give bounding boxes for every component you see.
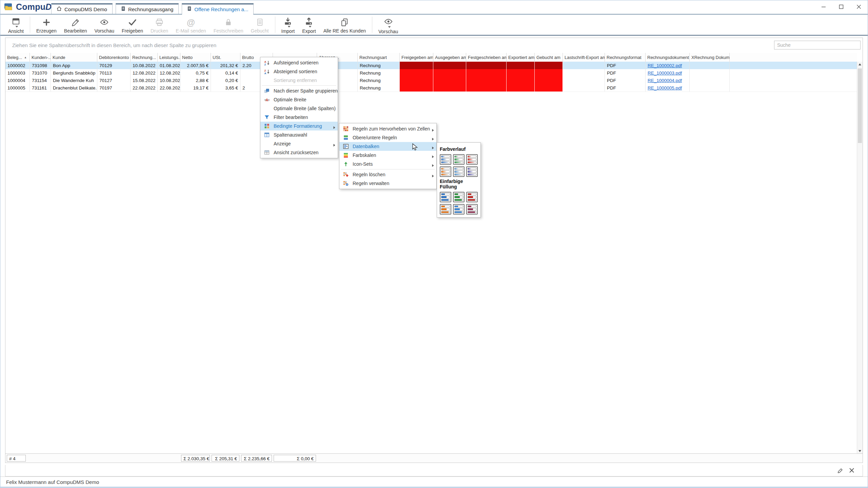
column-header-exportiert-am[interactable]: Exportiert am [507,53,535,62]
submenu-arrow-icon [432,145,434,150]
dropdown-caret-icon[interactable] [288,26,291,28]
column-header-lastschrift-export-am[interactable]: Lastschrift-Export am [563,53,605,62]
submenu-arrow-icon [333,142,335,148]
databar-style-solid-6[interactable] [466,204,478,215]
table-row[interactable]: 1000004731154Die Wandernde Kuh7012715.08… [5,77,857,84]
submenu-item-regeln-löschen[interactable]: Regeln löschen [339,170,436,179]
context-menu-item-spaltenauswahl[interactable]: Spaltenauswahl [260,130,338,139]
document-link[interactable]: RE_1000005.pdf [646,84,690,92]
context-menu-item-optimale-breite-alle-spalten[interactable]: Optimale Breite (alle Spalten) [260,104,338,113]
search-input[interactable] [774,41,861,49]
close-button[interactable] [850,0,868,13]
toolbar-export-button[interactable]: Export [298,15,319,35]
toolbar-vorschau-button[interactable]: Vorschau [91,15,118,35]
column-header-ausgegeben-am[interactable]: Ausgegeben am [433,53,466,62]
column-header-beleg[interactable]: Beleg...▲ [5,53,30,62]
databar-style-gradient-1[interactable] [440,154,451,165]
toolbar-import-button[interactable]: Import [278,15,299,35]
document-link[interactable]: RE_1000003.pdf [646,69,690,77]
context-menu-item-optimale-breite[interactable]: AOptimale Breite [260,95,338,104]
tab-compudms-demo[interactable]: CompuDMS Demo [51,3,113,14]
databar-bar [441,206,445,207]
databar-cell [468,193,476,195]
databar-style-solid-3[interactable] [466,192,478,202]
tab-rechnungsausgang[interactable]: Rechnungsausgang [116,3,179,14]
databar-cell [454,170,463,172]
submenu-item-icon-sets[interactable]: Icon-Sets [339,160,436,168]
column-header-leistungs[interactable]: Leistungs... [158,53,180,62]
databar-style-gradient-3[interactable] [466,154,478,165]
context-menu-item-bedingte-formatierung[interactable]: Bedingte Formatierung [260,122,338,130]
column-header-rechnungsdokument[interactable]: Rechnungsdokument [646,53,690,62]
databar-style-solid-5[interactable] [453,204,465,215]
column-header-kunden[interactable]: Kunden-... [30,53,51,62]
databar-style-gradient-6[interactable] [466,166,478,177]
column-header-rechnungsformat[interactable]: Rechnungsformat [605,53,646,62]
toolbar-ansicht-button[interactable]: Ansicht [4,15,27,35]
submenu-separator [341,169,435,169]
tab-offene-rechnungen-a[interactable]: Offene Rechnungen a... [182,3,254,14]
edit-pencil-icon[interactable] [837,468,844,474]
submenu-item-datenbalken[interactable]: Datenbalken [339,142,436,151]
drucken-icon [155,17,164,27]
column-header-rechnungsart[interactable]: Rechnungsart [358,53,400,62]
databar-bar [468,199,475,201]
maximize-button[interactable] [832,0,850,13]
gallery-section-title: Farbverlauf [440,146,478,152]
cell [507,84,535,92]
databar-cell [441,170,450,172]
toolbar-separator [275,17,275,33]
context-menu-item-absteigend-sortieren[interactable]: ZAAbsteigend sortieren [260,67,338,76]
column-header-debitorenkonto[interactable]: Debitorenkonto [97,53,131,62]
table-row[interactable]: 1000002731098Bon App7012910.08.202201.08… [5,62,857,69]
databar-style-solid-4[interactable] [440,204,451,215]
context-menu-item-filter-bearbeiten[interactable]: Filter bearbeiten [260,113,338,122]
column-header-freigegeben-am[interactable]: Freigegeben am [400,53,433,62]
scroll-down-arrow-icon[interactable] [857,448,863,454]
toolbar-alle-re-des-kunden-button[interactable]: Alle RE des Kunden [320,15,370,35]
databar-style-solid-1[interactable] [440,192,451,202]
toolbar-erzeugen-button[interactable]: Erzeugen [33,15,60,35]
column-header-ust[interactable]: USt. [211,53,240,62]
vertical-scrollbar[interactable] [857,62,863,454]
context-menu-item-anzeige[interactable]: Anzeige [260,139,338,148]
cell: 731098 [30,62,51,69]
document-link[interactable]: RE_1000002.pdf [646,62,690,69]
column-header-netto[interactable]: Netto [180,53,211,62]
dropdown-caret-icon[interactable] [388,26,391,28]
scrollbar-thumb[interactable] [858,68,862,143]
column-header-festgeschrieben-am[interactable]: Festgeschrieben am [466,53,507,62]
dropdown-caret-icon[interactable] [309,26,312,28]
dropdown-caret-icon[interactable] [15,26,18,28]
databar-style-gradient-4[interactable] [440,166,451,177]
column-header-kunde[interactable]: Kunde [51,53,97,62]
submenu-item-regeln-verwalten[interactable]: Regeln verwalten [339,179,436,188]
context-menu-item-nach-dieser-spalte-gruppieren[interactable]: Nach dieser Spalte gruppieren [260,86,338,95]
context-menu-item-ansicht-zurücksetzen[interactable]: Ansicht zurücksetzen [260,148,338,157]
document-link[interactable]: RE_1000004.pdf [646,77,690,84]
cell: PDF [605,77,646,84]
databar-style-solid-2[interactable] [453,192,465,202]
column-header-xrechnung-dokument[interactable]: XRechnung Dokument [690,53,730,62]
table-row[interactable]: 1000003731070Berglunds Snabbköp7011312.0… [5,69,857,77]
column-header-gebucht-am[interactable]: Gebucht am [535,53,563,62]
submenu-item-regeln-zum-hervorheben-von-zellen[interactable]: Regeln zum Hervorheben von Zellen [339,124,436,133]
toolbar-vorschau-button[interactable]: Vorschau [375,15,402,35]
export-icon [304,17,313,26]
cell: 70127 [97,77,131,84]
cell: 0,20 € [211,77,240,84]
scroll-up-arrow-icon[interactable] [857,62,863,67]
submenu-item-obere-untere-regeln[interactable]: Obere/untere Regeln [339,133,436,142]
table-row[interactable]: 1000005731161Drachenblut Delikate...7019… [5,84,857,92]
databar-style-gradient-2[interactable] [453,154,465,165]
toolbar-freigeben-button[interactable]: Freigeben [118,15,147,35]
databar-bar [441,199,449,201]
submenu-item-farbskalen[interactable]: Farbskalen [339,151,436,160]
databar-style-gradient-5[interactable] [453,166,465,177]
minimize-button[interactable] [815,0,832,13]
context-menu-item-aufsteigend-sortieren[interactable]: AZAufsteigend sortieren [260,58,338,67]
toolbar-bearbeiten-button[interactable]: Bearbeiten [60,15,91,35]
title-bar: CompuDMS CompuDMS DemoRechnungsausgangOf… [0,0,868,15]
column-header-rechnung[interactable]: Rechnung... [131,53,158,62]
close-panel-icon[interactable] [849,468,855,474]
